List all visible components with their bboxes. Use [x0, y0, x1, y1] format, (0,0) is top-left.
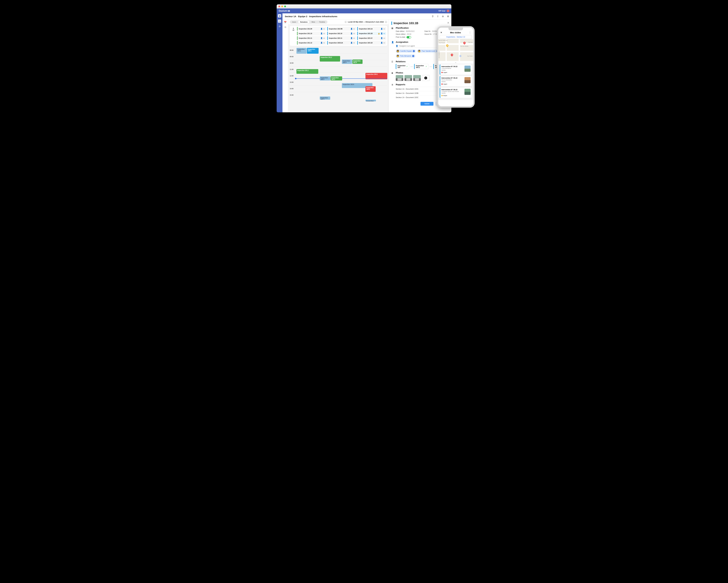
export-icon[interactable]: ⇪: [437, 15, 439, 18]
camera-icon: ◉: [391, 72, 394, 74]
location-icon[interactable]: ⚲: [432, 15, 434, 18]
segment-days[interactable]: Jours: [290, 21, 298, 23]
sync-icon[interactable]: ⟲: [284, 26, 286, 29]
prev-week-button[interactable]: ‹: [344, 21, 347, 23]
settings-icon[interactable]: ⚙: [447, 15, 449, 18]
inspection-card[interactable]: Inspection 103.1D👤▭: [357, 41, 386, 45]
relation-node[interactable]: Inspection 103.1✓: [414, 64, 428, 69]
rail-stats-icon[interactable]: ◔: [278, 25, 281, 28]
date-icon: ▭: [383, 28, 385, 30]
segment-timeline[interactable]: Timeline: [317, 21, 327, 23]
user-icon: 👤: [320, 32, 323, 34]
timeline-event[interactable]: Inspection 102.3: [320, 76, 330, 80]
inspection-card[interactable]: Inspection 102.10👤▭: [327, 32, 356, 35]
next-week-button[interactable]: ›: [385, 21, 387, 23]
timeline-event[interactable]: Inspection 103.1: [307, 48, 318, 54]
relation-node[interactable]: Inspection 103✓: [396, 64, 409, 69]
inspection-card[interactable]: Inspection 101.09👤▭: [297, 27, 326, 31]
timeline-event[interactable]: Inspection 104.2: [365, 86, 375, 92]
timeline-event[interactable]: Inspection 101.1: [296, 69, 318, 74]
inspection-card[interactable]: Inspection 101.12👤▭: [297, 41, 326, 45]
user-icon: 👤: [320, 37, 323, 39]
mobile-filter-tag[interactable]: Inspections - Secteur 22: [440, 35, 472, 39]
segment-weeks[interactable]: Semaines: [298, 21, 310, 23]
photo-thumbnail[interactable]: [405, 75, 412, 81]
date-start-value[interactable]: 30/05/2022: [406, 30, 415, 32]
user-icon: 👤: [381, 42, 383, 44]
visit-title: Intervention N° 36-22: [441, 89, 463, 90]
inspection-card[interactable]: Inspection 10211A👤▭: [327, 41, 356, 45]
app-topbar: DaxiumAir VIP User: [277, 8, 451, 13]
mobile-title: Mes visites: [450, 31, 461, 34]
map-pin-red[interactable]: [450, 53, 454, 57]
remove-chip-button[interactable]: ✕: [413, 50, 415, 52]
inspection-card[interactable]: Inspection 101.11👤▭: [297, 36, 326, 40]
add-date-icon[interactable]: 📅: [284, 21, 287, 24]
segment-months[interactable]: Mois: [310, 21, 317, 23]
timeline-event[interactable]: Inspection 102.1: [296, 48, 307, 54]
time-end-label: Heure fin :: [424, 33, 433, 35]
timeline-event[interactable]: Inspection 101.4: [353, 59, 363, 64]
day-head: S 22: [291, 27, 296, 45]
user-area[interactable]: VIP User: [438, 9, 449, 12]
rail-apps-icon[interactable]: ▦: [278, 14, 281, 18]
rail-calendar-icon[interactable]: ▭: [278, 20, 281, 23]
inspection-card[interactable]: Inspection 103.1C👤▭: [357, 36, 386, 40]
user-icon: 👤: [381, 32, 383, 34]
mobile-close-button[interactable]: ✕: [440, 31, 442, 34]
window-minimize-button[interactable]: [281, 5, 283, 7]
time-start-value[interactable]: 09:00: [407, 33, 411, 35]
user-avatar-icon: [447, 9, 449, 12]
add-photo-button[interactable]: +: [422, 75, 430, 81]
breadcrumb-team: Equipe 2: [298, 15, 307, 18]
assign-icon: 👤⁺: [396, 45, 399, 47]
inspection-card[interactable]: Inspection 103.1A👤▭: [357, 27, 386, 31]
road-label: Rue de l'Hôtel Dieu: [439, 40, 448, 41]
visit-card[interactable]: Intervention N° 36-22 Complexe Sportif J…: [440, 88, 472, 98]
window-zoom-button[interactable]: [284, 5, 286, 7]
visit-title: Intervention N° 34-22: [441, 65, 463, 67]
user-icon: 👤: [350, 37, 353, 39]
map-collapse-handle[interactable]: ⌄: [438, 61, 473, 63]
close-panel-button[interactable]: ✕: [447, 21, 449, 24]
visit-card[interactable]: Intervention N° 34-22 2 Rue Bd Balzac Na…: [440, 64, 472, 75]
date-navigator: ‹ Lundi 30 Mai 2022 — Dimanche 5 Juin 20…: [344, 21, 387, 23]
app-window: DaxiumAir VIP User ▦ ▭ ◔ Secteur 1A - Eq…: [277, 4, 451, 112]
fix-date-toggle[interactable]: [407, 36, 411, 38]
road-label: Rue Perelle: [467, 56, 473, 57]
plus-icon: +: [424, 77, 427, 79]
inspection-card-selected[interactable]: Inspection 103.1B🔒👤▭: [357, 32, 386, 35]
avatar-icon: 👨: [418, 50, 421, 53]
date-icon: ▭: [353, 32, 355, 34]
validate-button[interactable]: Valider: [420, 102, 433, 106]
mobile-map[interactable]: Rue de l'Hôtel Dieu Rue Perrault Rue des…: [438, 39, 473, 61]
visit-card[interactable]: Intervention N° 35-22 Rue du Belvédère N…: [440, 76, 472, 86]
remove-chip-button[interactable]: ✕: [412, 55, 414, 57]
window-close-button[interactable]: [278, 5, 280, 7]
person-icon: 👤: [391, 41, 394, 44]
brand-logo: DaxiumAir: [279, 9, 290, 12]
photo-thumbnail[interactable]: [396, 75, 403, 81]
date-icon: ▭: [323, 42, 325, 44]
breadcrumb-sector: Secteur 1A: [285, 15, 296, 18]
timeline-event[interactable]: Inspection 101.2: [320, 56, 340, 61]
photo-thumbnail[interactable]: [413, 75, 421, 81]
visit-thumbnail: [465, 65, 471, 72]
user-icon: 👤: [320, 42, 323, 44]
timeline-event[interactable]: Inspection 102.3: [320, 96, 330, 100]
filter-icon[interactable]: ⊜: [442, 15, 444, 18]
inspection-card[interactable]: Inspection 102.11👤▭: [327, 36, 356, 40]
day-letter: S: [291, 28, 296, 29]
date-icon: ▭: [383, 42, 385, 44]
priority-icon: [441, 84, 443, 85]
inspection-card[interactable]: Inspection 102.9B👤▭: [327, 27, 356, 31]
mobile-menu-button[interactable]: ⋮: [469, 31, 471, 34]
priority-icon: [441, 95, 443, 96]
visit-city: Nantes: [441, 81, 463, 83]
timeline-event[interactable]: Inspection 102.4: [342, 59, 352, 64]
hour-label: 09:00: [290, 56, 296, 57]
inspection-card[interactable]: Inspection 101.10👤▭: [297, 32, 326, 35]
avatar-icon: 👩: [396, 50, 399, 53]
timeline-event[interactable]: Inspection 102.7: [365, 100, 376, 102]
timeline-event[interactable]: Inspection 101.3: [331, 76, 342, 80]
